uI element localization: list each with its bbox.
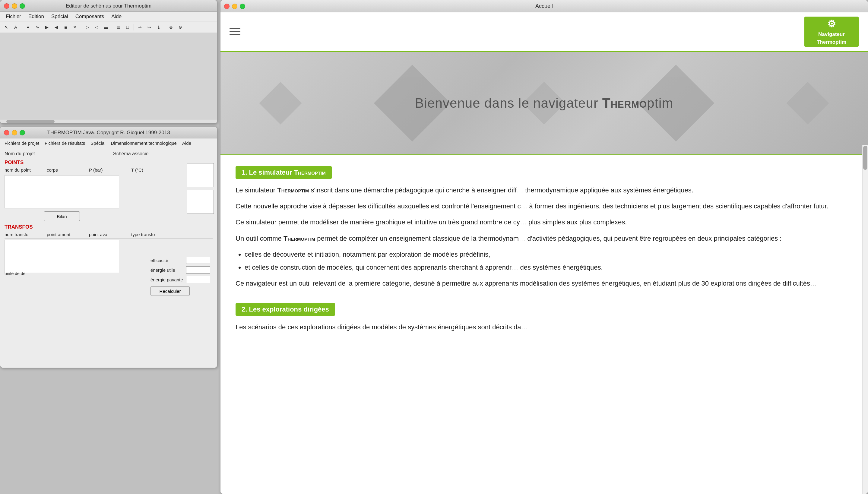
hamburger-line-2: [230, 31, 240, 32]
energie-payante-input[interactable]: [186, 276, 210, 283]
hamburger-line-1: [230, 28, 240, 29]
thermo-header-corps: corps: [47, 167, 77, 172]
diamond-5: [787, 82, 829, 124]
tool-wave[interactable]: ∿: [33, 23, 42, 31]
tool-zoom-in[interactable]: ⊕: [167, 23, 175, 31]
menu-composants[interactable]: Composants: [72, 13, 107, 20]
nav-hero: Bienvenue dans le navigateur Thermoptim: [220, 52, 868, 154]
thermo-close-button[interactable]: [4, 130, 9, 135]
thermo-nom-projet-label: Nom du projet: [4, 151, 47, 156]
thermo-menu-dimensionnement[interactable]: Dimensionnement technologique: [108, 140, 179, 146]
editor-toolbar: ↖ A ● ∿ ▶ ◀ ▣ ✕ ▷ ◁ ▬ ▤ □ ⇒ ↦ ⤓ ⊕ ⊖: [0, 21, 217, 33]
recalculer-button[interactable]: Recalculer: [151, 286, 190, 296]
thermo-menu-aide[interactable]: Aide: [180, 140, 194, 146]
efficacite-row: efficacité: [151, 256, 214, 264]
nav-scrollbar[interactable]: [862, 145, 868, 494]
tool-text[interactable]: A: [12, 23, 20, 31]
thermo-points-table[interactable]: [4, 175, 119, 208]
thermo-right-boxes: [187, 163, 214, 216]
thermo-menu-special[interactable]: Spécial: [88, 140, 108, 146]
editor-scrollbar-thumb[interactable]: [6, 120, 55, 123]
section-1-bullets: celles de découverte et initiation, nota…: [245, 249, 853, 273]
tool-arr-right2[interactable]: ▷: [83, 23, 91, 31]
nav-logo: ⚙ Navigateur Thermoptim: [804, 17, 859, 47]
nav-scrollbar-thumb[interactable]: [863, 146, 867, 170]
thermo-points-title: POINTS: [4, 159, 213, 166]
bullet-2: et celles de construction de modèles, qu…: [245, 262, 853, 273]
thermo-window-controls: [4, 130, 25, 135]
hero-text-before: Bienvenue dans le navigateur: [415, 96, 602, 110]
tool-arrow-r4[interactable]: ↦: [145, 23, 154, 31]
thermo-header-type-transfo: type transfo: [131, 232, 161, 237]
energie-utile-input[interactable]: [186, 266, 210, 273]
diamond-1: [259, 82, 302, 124]
toolbar-sep-5: [165, 24, 165, 31]
menu-special[interactable]: Spécial: [48, 13, 71, 20]
thermo-menu-fichiers-projet[interactable]: Fichiers de projet: [2, 140, 42, 146]
editor-scrollbar-horizontal[interactable]: [0, 119, 217, 124]
thermo-header-point-aval: point aval: [89, 232, 119, 237]
nav-maximize-button[interactable]: [240, 4, 245, 9]
tool-select[interactable]: ↖: [2, 23, 11, 31]
section-2-para-1: Les scénarios de ces explorations dirigé…: [235, 322, 853, 332]
unite-label: unité de dé: [4, 271, 25, 276]
editor-close-button[interactable]: [4, 3, 9, 9]
section-1-para-1: Le simulateur Thermoptim s'inscrit dans …: [235, 185, 853, 195]
editor-title: Editeur de schémas pour Thermoptim: [66, 3, 151, 9]
tool-rect[interactable]: ▬: [102, 23, 110, 31]
section-2-badge: 2. Les explorations dirigées: [235, 303, 335, 316]
thermo-header-p-bar: P (bar): [89, 167, 119, 172]
tool-list[interactable]: ▤: [114, 23, 122, 31]
thermo-titlebar: THERMOPTIM Java. Copyright R. Gicquel 19…: [0, 127, 217, 138]
efficacite-input[interactable]: [186, 256, 210, 264]
efficacite-label: efficacité: [151, 258, 184, 263]
nav-close-button[interactable]: [224, 4, 230, 9]
energie-payante-row: énergie payante: [151, 276, 214, 283]
energie-utile-label: énergie utile: [151, 267, 184, 273]
hamburger-line-3: [230, 34, 240, 35]
logo-gear-icon: ⚙: [827, 18, 836, 30]
tool-cross[interactable]: ✕: [71, 23, 79, 31]
nav-title: Accueil: [535, 3, 553, 10]
tool-circle[interactable]: ●: [24, 23, 32, 31]
menu-fichier[interactable]: Fichier: [3, 13, 24, 20]
tool-box[interactable]: ▣: [61, 23, 70, 31]
nav-window: Accueil ⚙ Navigateur Thermoptim Bienvenu…: [220, 0, 868, 494]
thermo-menu-fichiers-resultats[interactable]: Fichiers de résultats: [42, 140, 88, 146]
menu-edition[interactable]: Edition: [25, 13, 47, 20]
tool-arrow-r3[interactable]: ⇒: [136, 23, 144, 31]
thermo-points-header: nom du point corps P (bar) T (°C): [4, 167, 213, 174]
editor-canvas: [0, 33, 217, 124]
toolbar-sep-2: [81, 24, 81, 31]
editor-maximize-button[interactable]: [20, 3, 25, 9]
tool-down[interactable]: ⤓: [154, 23, 163, 31]
menu-aide[interactable]: Aide: [108, 13, 124, 20]
nav-header: ⚙ Navigateur Thermoptim: [220, 12, 868, 52]
editor-minimize-button[interactable]: [12, 3, 17, 9]
thermo-box-2[interactable]: [187, 190, 214, 214]
thermo-efficiency-panel: efficacité énergie utile énergie payante…: [151, 256, 214, 296]
editor-window-controls: [4, 3, 25, 9]
thermo-transfos-table[interactable]: [4, 240, 119, 273]
tool-square[interactable]: □: [123, 23, 132, 31]
tool-arrow-left[interactable]: ◀: [52, 23, 60, 31]
thermo-box-1[interactable]: [187, 163, 214, 187]
hamburger-menu-button[interactable]: [230, 28, 240, 35]
tool-zoom-out[interactable]: ⊖: [176, 23, 185, 31]
tool-arrow-right[interactable]: ▶: [42, 23, 51, 31]
thermo-header-nom-point: nom du point: [4, 167, 35, 172]
energie-utile-row: énergie utile: [151, 266, 214, 273]
section-1-para-2: Cette nouvelle approche vise à dépasser …: [235, 201, 853, 211]
thermo-maximize-button[interactable]: [20, 130, 25, 135]
nav-minimize-button[interactable]: [232, 4, 237, 9]
section-1-para-5: Ce navigateur est un outil relevant de l…: [235, 278, 853, 289]
thermo-minimize-button[interactable]: [12, 130, 17, 135]
thermo-title: THERMOPTIM Java. Copyright R. Gicquel 19…: [47, 130, 170, 136]
toolbar-sep-1: [22, 24, 22, 31]
section-1-para-4: Un outil comme Thermoptim permet de comp…: [235, 233, 853, 244]
section-1-badge-text: 1. Le simulateur Thermoptim: [242, 169, 326, 176]
bilan-button[interactable]: Bilan: [44, 211, 80, 221]
toolbar-sep-4: [134, 24, 134, 31]
tool-arr-left2[interactable]: ◁: [92, 23, 101, 31]
hero-text-cut: ptim: [647, 96, 673, 110]
